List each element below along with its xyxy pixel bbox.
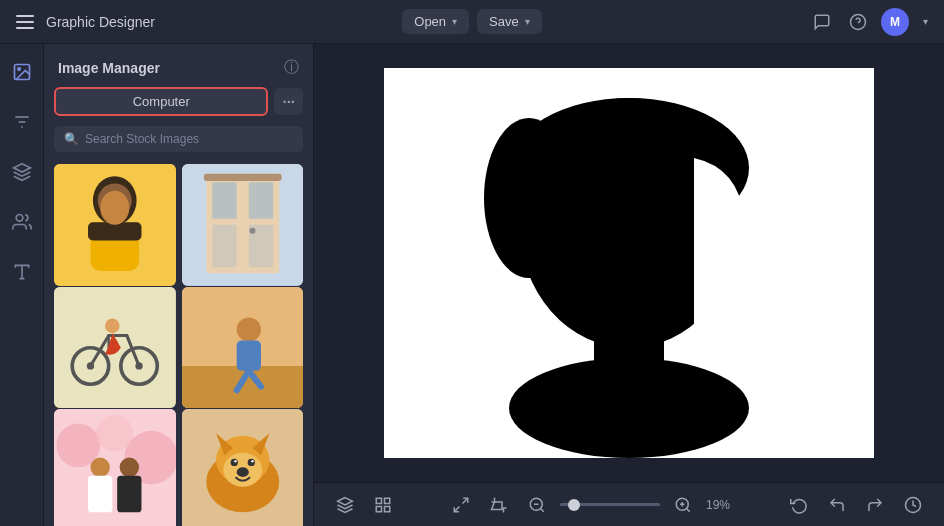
svg-point-55 <box>234 460 236 462</box>
save-button[interactable]: Save ▾ <box>477 9 542 34</box>
image-thumb-woman[interactable] <box>54 164 176 286</box>
canvas-silhouette <box>384 68 874 458</box>
svg-point-32 <box>105 318 120 333</box>
chat-button[interactable] <box>809 9 835 35</box>
zoom-percent-label: 19% <box>706 498 736 512</box>
svg-point-3 <box>17 68 19 71</box>
topnav-left: Graphic Designer <box>12 11 402 33</box>
svg-rect-19 <box>212 182 236 218</box>
topnav-right: M ▾ <box>542 8 932 36</box>
grid-button[interactable] <box>368 492 398 518</box>
svg-line-72 <box>540 508 543 511</box>
svg-rect-67 <box>376 506 381 511</box>
rail-filter-icon[interactable] <box>6 106 38 138</box>
svg-rect-68 <box>385 506 390 511</box>
chat-icon <box>813 13 831 31</box>
icon-rail <box>0 44 44 526</box>
svg-rect-20 <box>248 182 272 218</box>
account-chevron[interactable]: ▾ <box>919 12 932 31</box>
toolbar-center: 19% <box>446 492 736 518</box>
redo-button[interactable] <box>860 492 890 518</box>
svg-point-53 <box>230 459 237 466</box>
help-icon <box>849 13 867 31</box>
image-thumb-desert[interactable] <box>182 287 304 409</box>
open-chevron-icon: ▾ <box>452 16 457 27</box>
svg-rect-14 <box>88 222 141 240</box>
topnav: Graphic Designer Open ▾ Save ▾ M ▾ <box>0 0 944 44</box>
search-bar: 🔍 <box>54 126 303 152</box>
toolbar-left <box>330 492 398 518</box>
help-button[interactable] <box>845 9 871 35</box>
svg-point-23 <box>249 228 255 234</box>
svg-point-45 <box>120 458 139 477</box>
svg-line-69 <box>463 498 468 503</box>
zoom-slider[interactable] <box>560 503 660 506</box>
computer-tab[interactable]: Computer <box>54 87 268 116</box>
image-manager-panel: Image Manager ⓘ Computer ··· 🔍 <box>44 44 314 526</box>
svg-point-31 <box>135 362 142 369</box>
canvas-frame <box>384 68 874 458</box>
hamburger-icon <box>16 15 34 29</box>
image-thumb-bike[interactable] <box>54 287 176 409</box>
fit-button[interactable] <box>446 492 476 518</box>
app-title: Graphic Designer <box>46 14 155 30</box>
layers-button[interactable] <box>330 492 360 518</box>
image-thumb-door[interactable] <box>182 164 304 286</box>
open-button[interactable]: Open ▾ <box>402 9 469 34</box>
zoom-in-button[interactable] <box>668 492 698 518</box>
svg-line-70 <box>454 506 459 511</box>
svg-point-30 <box>87 362 94 369</box>
svg-point-57 <box>236 468 248 478</box>
svg-point-61 <box>484 118 574 278</box>
svg-point-42 <box>97 415 133 451</box>
svg-rect-24 <box>203 174 281 181</box>
panel-info-icon[interactable]: ⓘ <box>284 58 299 77</box>
bottom-toolbar: 19% <box>314 482 944 526</box>
save-chevron-icon: ▾ <box>525 16 530 27</box>
crop-button[interactable] <box>484 492 514 518</box>
svg-point-8 <box>16 215 23 222</box>
svg-rect-21 <box>212 225 236 268</box>
toolbar-right <box>784 492 928 518</box>
canvas-area: 19% <box>314 44 944 526</box>
rail-text-icon[interactable] <box>6 256 38 288</box>
search-input[interactable] <box>85 132 293 146</box>
svg-point-54 <box>247 459 254 466</box>
rail-people-icon[interactable] <box>6 206 38 238</box>
rail-image-icon[interactable] <box>6 56 38 88</box>
history-button[interactable] <box>898 492 928 518</box>
svg-marker-7 <box>13 164 30 172</box>
svg-point-43 <box>90 458 109 477</box>
reset-button[interactable] <box>784 492 814 518</box>
svg-rect-46 <box>117 476 141 512</box>
svg-point-16 <box>100 191 129 225</box>
svg-point-63 <box>509 358 749 458</box>
topnav-center: Open ▾ Save ▾ <box>402 9 541 34</box>
svg-rect-34 <box>182 366 304 409</box>
zoom-out-button[interactable] <box>522 492 552 518</box>
image-thumb-dog[interactable] <box>182 409 304 526</box>
main-area: Image Manager ⓘ Computer ··· 🔍 <box>0 44 944 526</box>
avatar[interactable]: M <box>881 8 909 36</box>
panel-header: Image Manager ⓘ <box>44 44 313 87</box>
svg-line-75 <box>686 508 689 511</box>
svg-point-56 <box>251 460 253 462</box>
rail-layers-icon[interactable] <box>6 156 38 188</box>
panel-tabs: Computer ··· <box>44 87 313 126</box>
svg-rect-44 <box>88 476 112 512</box>
image-thumb-wedding[interactable] <box>54 409 176 526</box>
panel-title: Image Manager <box>58 60 160 76</box>
svg-marker-64 <box>338 497 353 505</box>
svg-rect-66 <box>385 498 390 503</box>
more-tab-button[interactable]: ··· <box>274 88 303 115</box>
search-icon: 🔍 <box>64 132 79 146</box>
svg-rect-65 <box>376 498 381 503</box>
image-grid <box>44 164 313 526</box>
undo-button[interactable] <box>822 492 852 518</box>
svg-point-35 <box>236 317 260 341</box>
canvas-wrapper[interactable] <box>314 44 944 482</box>
menu-button[interactable] <box>12 11 38 33</box>
svg-rect-36 <box>236 340 260 370</box>
